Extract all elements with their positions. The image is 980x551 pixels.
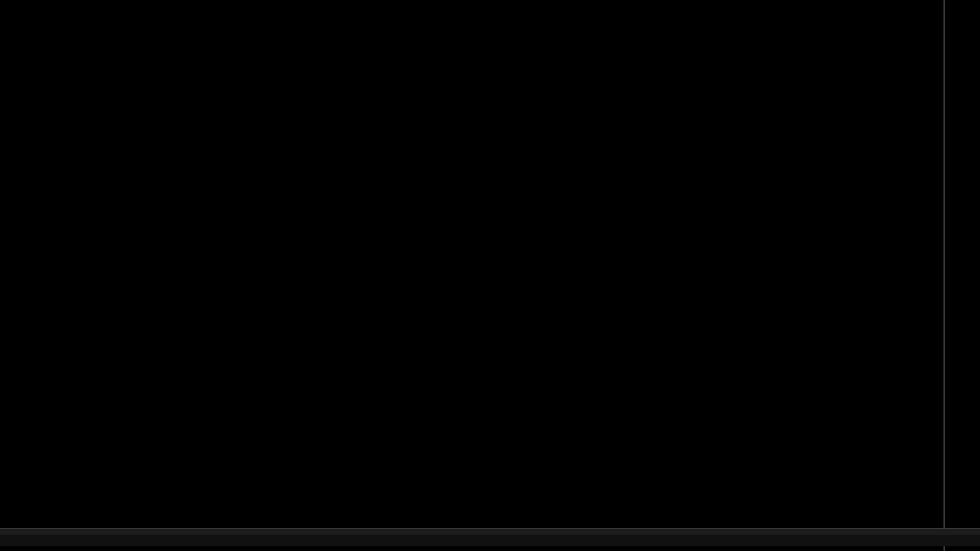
time-axis-strip[interactable]	[0, 535, 980, 546]
chart-canvas[interactable]	[0, 0, 980, 551]
price-axis[interactable]	[944, 0, 980, 551]
trading-chart-window	[0, 0, 980, 551]
